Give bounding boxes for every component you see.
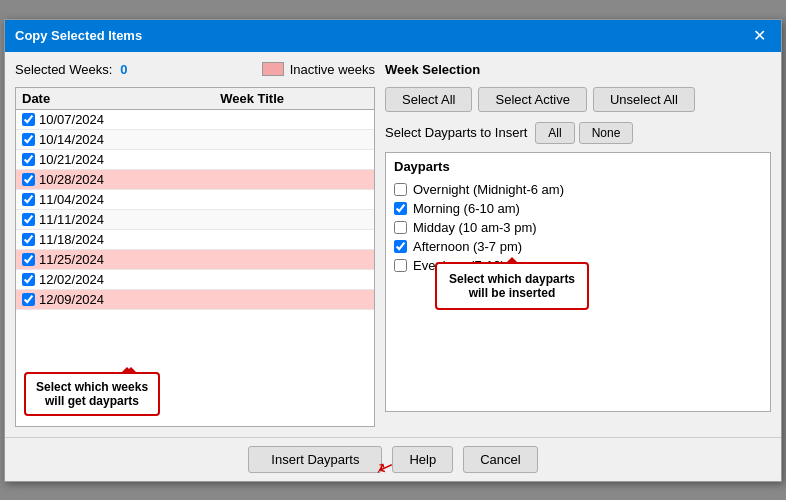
week-title-column-header: Week Title: [214, 88, 374, 110]
date-value: 10/07/2024: [39, 112, 104, 127]
date-value: 11/11/2024: [39, 212, 104, 227]
selected-weeks-count: 0: [120, 62, 127, 77]
date-cell: 10/14/2024: [16, 130, 214, 150]
daypart-label: Morning (6-10 am): [413, 201, 520, 216]
week-checkbox[interactable]: [22, 173, 35, 186]
week-checkbox[interactable]: [22, 193, 35, 206]
date-value: 10/21/2024: [39, 152, 104, 167]
table-row: 11/04/2024: [16, 190, 374, 210]
date-value: 10/28/2024: [39, 172, 104, 187]
inactive-color-swatch: [262, 62, 284, 76]
cancel-button[interactable]: Cancel: [463, 446, 537, 473]
inactive-weeks-box: Inactive weeks: [262, 62, 375, 77]
week-checkbox[interactable]: [22, 133, 35, 146]
daypart-label: Midday (10 am-3 pm): [413, 220, 537, 235]
week-selection-label: Week Selection: [385, 62, 771, 77]
date-value: 11/04/2024: [39, 192, 104, 207]
week-title-cell: [214, 130, 374, 150]
selected-weeks-label: Selected Weeks:: [15, 62, 112, 77]
week-title-cell: [214, 109, 374, 130]
week-title-cell: [214, 250, 374, 270]
date-cell: 10/28/2024: [16, 170, 214, 190]
week-checkbox[interactable]: [22, 273, 35, 286]
selected-weeks-row: Selected Weeks: 0 Inactive weeks: [15, 62, 375, 77]
dayparts-list: Overnight (Midnight-6 am)Morning (6-10 a…: [394, 180, 762, 275]
right-callout: Select which daypartswill be inserted: [435, 262, 589, 310]
date-cell: 10/07/2024: [16, 110, 214, 130]
select-all-button[interactable]: Select All: [385, 87, 472, 112]
dayparts-select-label: Select Dayparts to Insert: [385, 125, 527, 140]
left-panel: Selected Weeks: 0 Inactive weeks Date We…: [15, 62, 375, 427]
daypart-checkbox[interactable]: [394, 183, 407, 196]
daypart-checkbox[interactable]: [394, 259, 407, 272]
left-callout: Select which weekswill get dayparts: [24, 372, 160, 416]
dayparts-select-row: Select Dayparts to Insert All None: [385, 122, 771, 144]
help-button[interactable]: Help: [392, 446, 453, 473]
table-row: 10/14/2024: [16, 130, 374, 150]
date-cell: 11/11/2024: [16, 210, 214, 230]
week-title-cell: [214, 290, 374, 310]
daypart-checkbox[interactable]: [394, 221, 407, 234]
dayparts-all-button[interactable]: All: [535, 122, 574, 144]
week-title-cell: [214, 170, 374, 190]
date-value: 12/09/2024: [39, 292, 104, 307]
table-row: 11/11/2024: [16, 210, 374, 230]
week-title-cell: [214, 190, 374, 210]
daypart-checkbox[interactable]: [394, 202, 407, 215]
table-row: 10/07/2024: [16, 109, 374, 130]
table-row: 10/21/2024: [16, 150, 374, 170]
week-checkbox[interactable]: [22, 213, 35, 226]
week-checkbox[interactable]: [22, 113, 35, 126]
all-none-buttons: All None: [535, 122, 633, 144]
date-value: 11/25/2024: [39, 252, 104, 267]
date-cell: 12/02/2024: [16, 270, 214, 290]
week-selection-buttons: Select All Select Active Unselect All: [385, 87, 771, 112]
dayparts-header: Dayparts: [394, 159, 762, 174]
table-row: 11/18/2024: [16, 230, 374, 250]
table-row: 12/09/2024: [16, 290, 374, 310]
date-cell: 11/04/2024: [16, 190, 214, 210]
daypart-item: Morning (6-10 am): [394, 199, 762, 218]
daypart-item: Afternoon (3-7 pm): [394, 237, 762, 256]
table-row: 10/28/2024: [16, 170, 374, 190]
date-value: 10/14/2024: [39, 132, 104, 147]
week-checkbox[interactable]: [22, 233, 35, 246]
dialog-title: Copy Selected Items: [15, 28, 142, 43]
dialog-body: Selected Weeks: 0 Inactive weeks Date We…: [5, 52, 781, 437]
daypart-checkbox[interactable]: [394, 240, 407, 253]
week-checkbox[interactable]: [22, 293, 35, 306]
daypart-item: Overnight (Midnight-6 am): [394, 180, 762, 199]
week-title-cell: [214, 210, 374, 230]
table-row: 12/02/2024: [16, 270, 374, 290]
weeks-table: Date Week Title 10/07/202410/14/202410/2…: [16, 88, 374, 311]
date-value: 12/02/2024: [39, 272, 104, 287]
date-value: 11/18/2024: [39, 232, 104, 247]
daypart-label: Overnight (Midnight-6 am): [413, 182, 564, 197]
week-checkbox[interactable]: [22, 253, 35, 266]
week-checkbox[interactable]: [22, 153, 35, 166]
table-row: 11/25/2024: [16, 250, 374, 270]
week-title-cell: [214, 230, 374, 250]
week-title-cell: [214, 150, 374, 170]
title-bar: Copy Selected Items ✕: [5, 20, 781, 52]
week-title-cell: [214, 270, 374, 290]
date-cell: 12/09/2024: [16, 290, 214, 310]
copy-selected-items-dialog: Copy Selected Items ✕ Selected Weeks: 0 …: [4, 19, 782, 482]
date-column-header: Date: [16, 88, 214, 110]
weeks-table-container: Date Week Title 10/07/202410/14/202410/2…: [15, 87, 375, 427]
insert-dayparts-button[interactable]: Insert Dayparts: [248, 446, 382, 473]
date-cell: 11/18/2024: [16, 230, 214, 250]
select-active-button[interactable]: Select Active: [478, 87, 586, 112]
footer-buttons: Insert Dayparts ↙ Help Cancel: [5, 437, 781, 481]
date-cell: 10/21/2024: [16, 150, 214, 170]
weeks-table-body: 10/07/202410/14/202410/21/202410/28/2024…: [16, 109, 374, 310]
inactive-weeks-label: Inactive weeks: [290, 62, 375, 77]
right-panel: Week Selection Select All Select Active …: [385, 62, 771, 427]
close-button[interactable]: ✕: [748, 26, 771, 46]
dayparts-container: Dayparts Overnight (Midnight-6 am)Mornin…: [385, 152, 771, 427]
daypart-item: Midday (10 am-3 pm): [394, 218, 762, 237]
unselect-all-button[interactable]: Unselect All: [593, 87, 695, 112]
dayparts-none-button[interactable]: None: [579, 122, 634, 144]
date-cell: 11/25/2024: [16, 250, 214, 270]
